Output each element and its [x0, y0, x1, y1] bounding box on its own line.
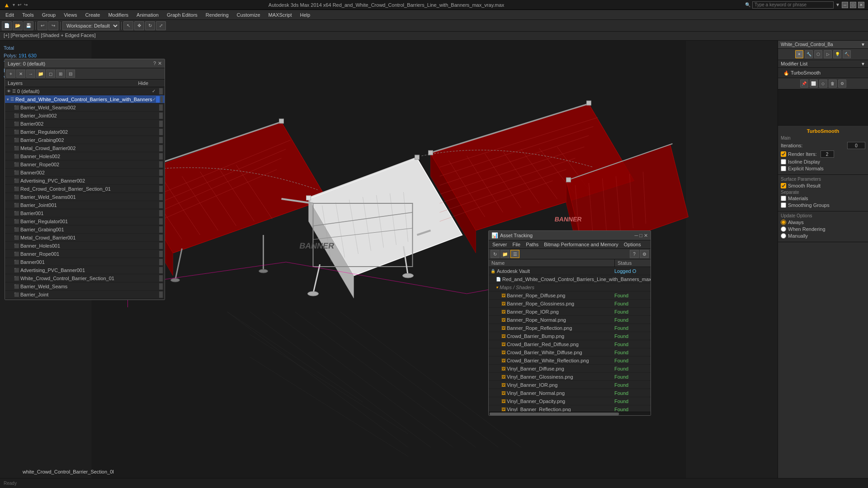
display-panel-button[interactable]: 💡 [833, 50, 841, 58]
layers-options-button[interactable]: ⊟ [66, 70, 75, 78]
list-item[interactable]: 🖼 Vinyl_Banner_Normal.png Found [489, 389, 651, 397]
explicit-normals-checkbox[interactable] [781, 166, 786, 171]
list-item[interactable]: ⬛ Barrier_Grabing001 [5, 225, 165, 234]
new-button[interactable]: 📄 [2, 21, 12, 30]
asset-max-button[interactable]: □ [639, 233, 642, 239]
list-item[interactable]: ⬛ Banner_Rope001 [5, 250, 165, 258]
render-iters-checkbox[interactable] [781, 151, 786, 157]
asset-menu-server[interactable]: Server [491, 241, 509, 248]
list-item[interactable]: ▾ ☰ Red_and_White_Crowd_Control_Barriers… [5, 95, 165, 103]
list-item[interactable]: ⬛ Barrier_Weld_Seams [5, 282, 165, 291]
isoline-checkbox[interactable] [781, 159, 786, 164]
list-item[interactable]: ⬛ Metal_Crowd_Barrier002 [5, 144, 165, 152]
panel-dropdown-icon[interactable]: ▼ [861, 42, 865, 47]
asset-scrollbar-thumb[interactable] [490, 413, 619, 415]
redo-button[interactable]: ↪ [48, 21, 58, 30]
list-item[interactable]: 🖼 Vinyl_Banner_Diffuse.png Found [489, 365, 651, 373]
list-item[interactable]: 🖼 Vinyl_Banner_Glossiness.png Found [489, 373, 651, 381]
configure-modifier-sets-button[interactable]: ⚙ [838, 80, 846, 88]
modify-panel-button[interactable]: 🔧 [805, 50, 813, 58]
pin-stack-button[interactable]: 📌 [800, 80, 808, 88]
list-item[interactable]: 🖼 Vinyl_Banner_Opacity.png Found [489, 397, 651, 405]
list-item[interactable]: 🖼 Banner_Rope_Glossiness.png Found [489, 300, 651, 308]
iterations-input[interactable] [847, 142, 865, 149]
list-item[interactable]: ⬛ Barrier002 [5, 120, 165, 128]
open-button[interactable]: 📂 [13, 21, 23, 30]
menu-edit[interactable]: Edit [2, 11, 18, 19]
menu-help[interactable]: Help [297, 11, 314, 19]
list-item[interactable]: 🖼 Vinyl_Banner_IOR.png Found [489, 381, 651, 389]
list-item[interactable]: 🖼 Crowd_Barrier_Bump.png Found [489, 332, 651, 340]
list-item[interactable]: 🖼 Banner_Rope_Diffuse.png Found [489, 291, 651, 300]
workspace-select[interactable]: Workspace: Default [62, 21, 119, 30]
list-item[interactable]: ⬛ Barrier_Joint [5, 291, 165, 299]
show-end-result-button[interactable]: ⬜ [810, 80, 818, 88]
always-radio[interactable] [781, 220, 786, 225]
asset-list-view-button[interactable]: ☰ [510, 250, 519, 258]
menu-modifiers[interactable]: Modifiers [104, 11, 132, 19]
layers-create-button[interactable]: 📁 [36, 70, 45, 78]
materials-checkbox[interactable] [781, 196, 786, 201]
render-iters-input[interactable] [821, 150, 834, 158]
asset-menu-bitmap[interactable]: Bitmap Performance and Memory [542, 241, 620, 248]
layers-help-button[interactable]: ? [153, 61, 156, 66]
manually-radio[interactable] [781, 233, 786, 239]
layers-list[interactable]: 👁 ☰ 0 (default) ✓ ▾ ☰ Red_and_White_Crow… [5, 87, 165, 300]
list-item[interactable]: ⬛ Banner_Holes001 [5, 242, 165, 250]
asset-menu-paths[interactable]: Paths [524, 241, 540, 248]
layers-title-bar[interactable]: Layer: 0 (default) ? ✕ [5, 59, 165, 68]
layers-expand-button[interactable]: ⊞ [56, 70, 65, 78]
list-item[interactable]: ⬛ Red_Crowd_Control_Barrier_Section_01 [5, 185, 165, 193]
list-item[interactable]: 🔒 Autodesk Vault Logged O [489, 267, 651, 275]
list-item[interactable]: ⬛ Banner_Rope002 [5, 160, 165, 169]
layer-visible[interactable]: ✓ [152, 97, 156, 102]
remove-modifier-button[interactable]: 🗑 [829, 80, 837, 88]
rotate-button[interactable]: ↻ [145, 21, 155, 30]
layers-select-button[interactable]: ◻ [46, 70, 55, 78]
layer-visible[interactable]: ✓ [152, 89, 158, 94]
asset-close-button[interactable]: ✕ [644, 233, 648, 239]
menu-create[interactable]: Create [81, 11, 104, 19]
list-item[interactable]: ⬛ White_Crowd_Control_Barrier_Section_01 [5, 274, 165, 282]
list-item[interactable]: ⬛ Barrier_Weld_Seams001 [5, 193, 165, 201]
maximize-button[interactable]: □ [850, 2, 856, 8]
close-button[interactable]: ✕ [858, 2, 864, 8]
asset-help-button[interactable]: ? [630, 250, 639, 258]
when-rendering-radio[interactable] [781, 226, 786, 232]
layers-add-button[interactable]: + [6, 70, 15, 78]
list-item[interactable]: ⬛ Banner001 [5, 258, 165, 266]
list-item[interactable]: ⬛ Barrier_Joint001 [5, 201, 165, 209]
list-item[interactable]: 🖼 Vinyl_Banner_Reflection.png Found [489, 405, 651, 412]
asset-list[interactable]: 🔒 Autodesk Vault Logged O 📄 Red_and_Whit… [489, 267, 651, 412]
list-item[interactable]: 👁 ☰ 0 (default) ✓ [5, 87, 165, 95]
list-item[interactable]: ⬛ Barrier [5, 299, 165, 300]
minimize-button[interactable]: ─ [842, 2, 848, 8]
list-item[interactable]: 🖼 Banner_Rope_IOR.png Found [489, 308, 651, 316]
asset-refresh-button[interactable]: ↻ [491, 250, 500, 258]
modifier-list-dropdown-icon[interactable]: ▼ [861, 61, 865, 66]
list-item[interactable]: ⬛ Advertising_PVC_Banner001 [5, 266, 165, 274]
undo-button[interactable]: ↩ [38, 21, 47, 30]
menu-graph-editors[interactable]: Graph Editors [163, 11, 201, 19]
list-item[interactable]: ⬛ Barrier_Regulator001 [5, 217, 165, 225]
layers-delete-button[interactable]: ✕ [16, 70, 25, 78]
menu-tools[interactable]: Tools [19, 11, 38, 19]
select-button[interactable]: ↖ [123, 21, 133, 30]
asset-menu-options[interactable]: Options [622, 241, 643, 248]
list-item[interactable]: ⬛ Advertising_PVC_Banner002 [5, 177, 165, 185]
list-item[interactable]: 🖼 Banner_Rope_Reflection.png Found [489, 324, 651, 332]
hierarchy-panel-button[interactable]: ⬡ [814, 50, 822, 58]
list-item[interactable]: ⬛ Barrier_Grabing002 [5, 136, 165, 144]
menu-group[interactable]: Group [38, 11, 60, 19]
list-item[interactable]: ⬛ Barrier_Regulator002 [5, 128, 165, 136]
quick-access-undo[interactable]: ↩ [18, 2, 21, 7]
list-item[interactable]: ⬛ Barrier001 [5, 209, 165, 217]
smooth-result-checkbox[interactable] [781, 183, 786, 188]
asset-settings-button[interactable]: ⚙ [640, 250, 649, 258]
list-item[interactable]: ⬛ Banner002 [5, 169, 165, 177]
layers-close-button[interactable]: ✕ [158, 61, 162, 66]
asset-title-bar[interactable]: 📊 Asset Tracking ─ □ ✕ [489, 231, 651, 240]
move-button[interactable]: ✥ [134, 21, 144, 30]
menu-maxscript[interactable]: MAXScript [265, 11, 296, 19]
list-item[interactable]: 📄 Red_and_White_Crowd_Control_Barriers_L… [489, 275, 651, 283]
